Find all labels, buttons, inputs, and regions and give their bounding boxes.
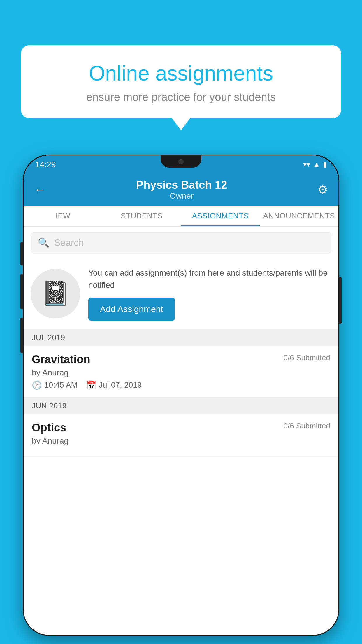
search-bar[interactable]: 🔍 Search <box>31 232 331 253</box>
assignment-item-gravitation[interactable]: Gravitation 0/6 Submitted by Anurag 🕐 10… <box>24 346 338 397</box>
phone-side-btn-vol-down <box>20 318 23 353</box>
phone-screen: 14:29 ▾▾ ▲ ▮ ← Physics Batch 12 Owner ⚙ … <box>24 155 338 635</box>
notebook-icon: 📓 <box>41 280 70 307</box>
bubble-subtitle: ensure more practice for your students <box>38 91 324 104</box>
header-title-group: Physics Batch 12 Owner <box>136 179 227 201</box>
assignment-date: Jul 07, 2019 <box>99 381 142 390</box>
status-icons: ▾▾ ▲ ▮ <box>303 160 327 169</box>
assignment-name-gravitation: Gravitation <box>32 353 90 366</box>
clock-icon: 🕐 <box>32 380 42 390</box>
app-header: ← Physics Batch 12 Owner ⚙ <box>24 174 338 206</box>
assignment-name-optics: Optics <box>32 421 66 434</box>
assignment-date-item: 📅 Jul 07, 2019 <box>86 380 142 390</box>
status-bar: 14:29 ▾▾ ▲ ▮ <box>24 155 338 174</box>
bubble-title: Online assignments <box>38 61 324 85</box>
assignment-time-item: 🕐 10:45 AM <box>32 380 78 390</box>
assignment-submitted-optics: 0/6 Submitted <box>284 421 330 430</box>
search-icon: 🔍 <box>38 237 50 248</box>
notebook-icon-circle: 📓 <box>31 269 80 318</box>
calendar-icon: 📅 <box>86 380 96 390</box>
batch-subtitle: Owner <box>136 191 227 201</box>
signal-icon: ▲ <box>313 160 320 169</box>
tab-assignments[interactable]: ASSIGNMENTS <box>181 206 260 226</box>
wifi-icon: ▾▾ <box>303 160 310 169</box>
assignment-time: 10:45 AM <box>44 381 78 390</box>
assignment-top-row: Gravitation 0/6 Submitted <box>32 353 330 366</box>
phone-side-btn <box>20 242 23 265</box>
notch-camera <box>178 159 184 164</box>
assignment-top-row-optics: Optics 0/6 Submitted <box>32 421 330 434</box>
assignment-submitted-gravitation: 0/6 Submitted <box>284 353 330 362</box>
phone-frame: 14:29 ▾▾ ▲ ▮ ← Physics Batch 12 Owner ⚙ … <box>23 155 339 636</box>
tabs: IEW STUDENTS ASSIGNMENTS ANNOUNCEMENTS <box>24 206 338 227</box>
add-assignment-section: 📓 You can add assignment(s) from here an… <box>24 259 338 329</box>
status-time: 14:29 <box>35 160 56 169</box>
tab-iew[interactable]: IEW <box>24 206 102 226</box>
assignment-by-gravitation: by Anurag <box>32 368 330 377</box>
search-placeholder: Search <box>54 237 84 248</box>
content-area: 🔍 Search 📓 You can add assignment(s) fro… <box>24 227 338 456</box>
settings-icon[interactable]: ⚙ <box>317 183 328 196</box>
tab-announcements[interactable]: ANNOUNCEMENTS <box>260 206 338 226</box>
add-assignment-desc: You can add assignment(s) from here and … <box>88 267 331 291</box>
month-header-jun: JUN 2019 <box>24 397 338 414</box>
battery-icon: ▮ <box>323 160 327 169</box>
add-assignment-right: You can add assignment(s) from here and … <box>88 267 331 321</box>
assignment-item-optics[interactable]: Optics 0/6 Submitted by Anurag <box>24 414 338 456</box>
assignment-meta-gravitation: 🕐 10:45 AM 📅 Jul 07, 2019 <box>32 380 330 390</box>
tab-students[interactable]: STUDENTS <box>102 206 181 226</box>
back-button[interactable]: ← <box>34 183 46 196</box>
add-assignment-button[interactable]: Add Assignment <box>88 298 175 321</box>
speech-bubble-container: Online assignments ensure more practice … <box>21 45 341 118</box>
assignment-by-optics: by Anurag <box>32 436 330 446</box>
speech-bubble: Online assignments ensure more practice … <box>21 45 341 118</box>
batch-title: Physics Batch 12 <box>136 179 227 191</box>
month-header-jul: JUL 2019 <box>24 329 338 346</box>
phone-side-btn-vol-up <box>20 274 23 309</box>
notch <box>161 155 201 168</box>
phone-side-btn-power <box>339 277 342 324</box>
